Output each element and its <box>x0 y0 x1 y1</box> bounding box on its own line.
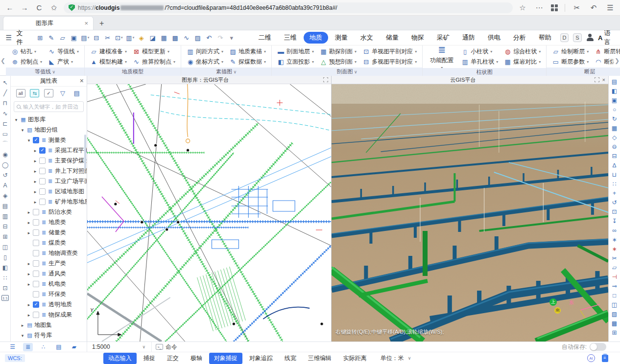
ribbon-scroll-left-icon[interactable]: ❮ <box>0 54 6 67</box>
ribbon-button-composite-column[interactable]: ◍综合柱状▾ <box>502 47 543 57</box>
panel-close-icon[interactable]: × <box>602 77 605 83</box>
scale-select[interactable]: 1:5000 ∨ <box>87 342 152 352</box>
back-icon[interactable]: ← <box>5 3 15 12</box>
select-icon[interactable]: ↖ <box>0 77 10 88</box>
tree-item-地物调查类[interactable]: ≣地物调查类 <box>11 248 87 258</box>
doc-view-icon[interactable]: ▤ <box>54 343 64 351</box>
ribbon-button-attitude[interactable]: ◣产状▾ <box>46 57 81 67</box>
tree-item-采掘工程平面图[interactable]: ▸≣采掘工程平面图 <box>11 145 87 156</box>
distribute-h-icon[interactable]: ⊞ <box>0 231 10 242</box>
toggle-对象追踪[interactable]: 对象追踪 <box>244 353 278 364</box>
ribbon-button-geo-sketch[interactable]: ▨地质素描▾ <box>227 46 268 56</box>
save-icon[interactable]: ▣ <box>69 32 79 43</box>
file-menu[interactable]: 文件 <box>16 29 28 46</box>
ribbon-button-draw-fault[interactable]: ▱绘制断层▾ <box>550 46 591 56</box>
scale-1to1-icon[interactable]: 1:1 <box>1 295 9 301</box>
circle-icon[interactable]: ◉ <box>0 149 10 159</box>
tree-item-机电类[interactable]: ▸≣机电类 <box>11 279 87 289</box>
ribbon-button-predicted-section[interactable]: △预想剖面▾ <box>318 57 358 67</box>
maximize-icon[interactable] <box>323 77 328 82</box>
measure-chain-icon[interactable]: ∞ <box>610 226 620 235</box>
ribbon-button-small-column[interactable]: ▯小柱状▾ <box>459 47 500 57</box>
expand-arrow-icon[interactable]: ▾ <box>20 333 25 338</box>
unit-select[interactable]: 单位：米 ∨ <box>381 354 411 363</box>
tree-scrollbar[interactable] <box>84 135 86 169</box>
model-3d-icon[interactable]: ◇ <box>610 133 620 142</box>
symbol-icon[interactable]: ◈ <box>0 190 10 201</box>
tree-item-防治水类[interactable]: ▸≣防治水类 <box>11 207 87 217</box>
filter-check[interactable]: ✓ <box>44 89 53 97</box>
edit-attributes-icon[interactable]: ▤ <box>610 77 620 86</box>
tree-item-主要保护煤柱图[interactable]: ▸≣主要保护煤柱图 <box>11 156 87 166</box>
layer-checkbox[interactable] <box>39 199 46 205</box>
copy-icon[interactable]: ⊡▾ <box>114 32 124 43</box>
folder-view-icon[interactable]: ▰ <box>69 343 79 351</box>
layer-checkbox[interactable] <box>33 209 39 215</box>
ribbon-button-control-point[interactable]: ⊕控制点▾ <box>9 57 44 67</box>
pin-icon[interactable]: ↧ <box>610 216 620 226</box>
print-icon[interactable]: ⊟ <box>91 32 102 43</box>
erase-icon[interactable]: ⊟ <box>610 151 620 160</box>
more-icon[interactable]: ▾ <box>226 32 237 43</box>
rotate-view-icon[interactable]: ↻ <box>610 114 620 123</box>
layer-checkbox[interactable] <box>33 271 39 277</box>
layer-checkbox[interactable] <box>33 219 39 226</box>
edit-file-icon[interactable]: ✎ <box>46 32 57 43</box>
tree-item-煤质类[interactable]: ≣煤质类 <box>11 238 87 248</box>
tree-item-通风类[interactable]: ▸≣通风类 <box>11 269 87 279</box>
undo-icon[interactable]: ↶ <box>204 32 215 43</box>
tab-储量[interactable]: 储量 <box>380 32 405 44</box>
s-badge-button[interactable]: S <box>573 33 581 42</box>
tree-item-物探成果[interactable]: ▸≣物探成果 <box>11 310 87 320</box>
tab-采矿[interactable]: 采矿 <box>431 32 455 44</box>
ribbon-button-exploration-section[interactable]: ▦勘探剖面▾ <box>318 46 358 56</box>
tab-供电[interactable]: 供电 <box>482 32 506 44</box>
tree-item-图形库[interactable]: ▾▦图形库 <box>11 114 87 125</box>
tab-帮助[interactable]: 帮助 <box>533 32 557 44</box>
tree-item-工业广场平面图[interactable]: ▸≣工业广场平面图 <box>11 176 87 186</box>
table-alt-icon[interactable]: ▩ <box>170 32 181 43</box>
tree-item-区域地形图[interactable]: ▸≣区域地形图 <box>11 186 87 197</box>
file-menu-icon[interactable]: ▤▾ <box>80 32 91 43</box>
ribbon-button-drill-hole[interactable]: ◎钻孔▾ <box>9 46 44 56</box>
ribbon-button-multi-view-match[interactable]: ⊟多视图平剖对应▾ <box>360 57 419 67</box>
expand-arrow-icon[interactable]: ▸ <box>26 272 31 276</box>
bar-icon[interactable]: ▯ <box>0 252 10 262</box>
pattern-icon[interactable]: ▨ <box>192 32 203 43</box>
toggle-实际距离[interactable]: 实际距离 <box>338 353 372 364</box>
brush-icon[interactable]: ∿ <box>181 32 192 43</box>
tree-item-井上下对照图[interactable]: ▸≣井上下对照图 <box>11 166 87 176</box>
edit-box-icon[interactable]: ⊞ <box>610 328 620 337</box>
layer-checkbox[interactable] <box>33 312 39 318</box>
ribbon-button-function-config[interactable]: ≣功能配置▾ <box>426 46 457 67</box>
ribbon-button-modeling-prep[interactable]: ▱建模准备▾ <box>88 46 129 56</box>
tab-二维[interactable]: 二维 <box>253 32 277 44</box>
table-icon[interactable]: ▦ <box>159 32 169 43</box>
toggle-线宽[interactable]: 线宽 <box>280 353 301 364</box>
expand-arrow-icon[interactable]: ▾ <box>14 117 19 122</box>
arc2-icon[interactable]: ↺ <box>0 170 10 180</box>
ribbon-button-single-hole-column[interactable]: ▥单孔柱状▾ <box>459 57 500 67</box>
cube-icon[interactable]: ▧ <box>610 309 620 318</box>
filter-sync[interactable]: ⇆ <box>30 89 39 97</box>
tab-测量[interactable]: 测量 <box>329 32 354 44</box>
basemap-icon[interactable]: ◧ <box>610 86 620 95</box>
open-folder-icon[interactable]: ▱ <box>57 32 68 43</box>
ribbon-button-derive-control-point[interactable]: ∿推算控制点▾ <box>131 57 177 67</box>
node-edit-icon[interactable]: ⊸ <box>610 281 620 291</box>
star-icon[interactable]: ☆ <box>518 3 527 12</box>
node-view-icon[interactable]: ∴ <box>38 343 48 351</box>
apps-grid-icon[interactable] <box>551 4 558 11</box>
mirror-icon[interactable]: ∆ <box>610 160 620 170</box>
select-region-icon[interactable]: ▣ <box>610 95 620 105</box>
clipboard-paste-icon[interactable]: ◫ <box>610 300 620 309</box>
ribbon-button-section-strata[interactable]: ▬剖面地层▾ <box>275 46 316 56</box>
tree-view-icon[interactable]: ≣ <box>23 343 33 351</box>
layout-icon[interactable]: ◧ <box>0 262 10 273</box>
center-icon[interactable]: ∷ <box>0 273 10 283</box>
distribute-v-icon[interactable]: ◫ <box>0 242 10 252</box>
delete-icon[interactable]: ⊖ <box>610 142 620 151</box>
more-menu-icon[interactable]: ⋯ <box>534 3 544 12</box>
layer-checkbox[interactable] <box>39 158 46 164</box>
paste-icon[interactable]: ▥▾ <box>125 32 136 43</box>
